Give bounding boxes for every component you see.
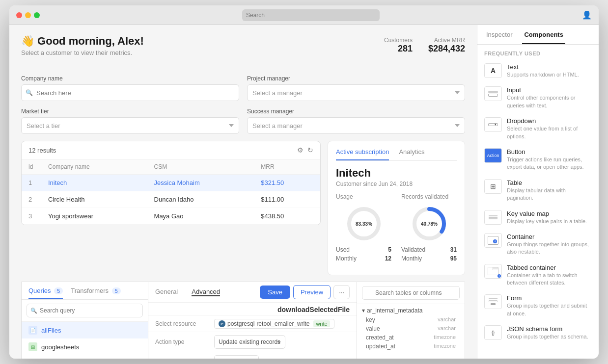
component-tabbed-container[interactable]: + Tabbed container Container with a tab … (477, 260, 599, 291)
tab-queries[interactable]: Queries 5 (28, 287, 63, 299)
tables-search-input[interactable] (362, 286, 460, 300)
comp-desc-kvmap: Display key value pairs in a table. (507, 218, 592, 225)
tree-col-name: value (366, 325, 380, 332)
success-manager-select[interactable]: Select a manager (247, 117, 465, 134)
dropdown-component-icon: ▾ (484, 117, 502, 132)
company-name-input[interactable] (21, 84, 239, 101)
project-manager-select[interactable]: Select a manager (247, 84, 465, 101)
query-icon-allfiles: 📄 (28, 326, 37, 335)
tree-child-updated[interactable]: updated_at timezone (362, 342, 460, 351)
stat-customers: Customers 281 (384, 37, 413, 54)
tree-col-type: timezone (434, 343, 456, 350)
close-button[interactable] (16, 12, 22, 18)
component-text[interactable]: A Text Supports markdown or HTML. (477, 59, 599, 82)
component-container[interactable]: + Container Group things together into g… (477, 229, 599, 260)
tab-analytics[interactable]: Analytics (399, 148, 424, 160)
comp-name-kvmap: Key value map (507, 210, 592, 217)
cell-id: 3 (22, 208, 41, 225)
tab-components[interactable]: Components (522, 25, 565, 44)
table-tree: ▾ ar_internal_metadata key varchar value… (357, 304, 465, 354)
cell-csm: Jessica Mohaim (147, 175, 254, 191)
tree-child-value[interactable]: value varchar (362, 324, 460, 333)
component-dropdown[interactable]: ▾ Dropdown Select one value from a list … (477, 113, 599, 144)
table-row[interactable]: 1 Initech Jessica Mohaim $321.50 (22, 175, 320, 191)
component-json-schema[interactable]: {} JSON schema form Group inputs togethe… (477, 321, 599, 344)
query-item-downloadselectedfile[interactable]: 👆 downloadSelectedFile (22, 355, 148, 359)
tab-inspector[interactable]: Inspector (484, 25, 514, 44)
query-search-input[interactable] (27, 304, 143, 317)
tree-parent-node[interactable]: ▾ ar_internal_metadata (362, 307, 460, 314)
db-table-value: Select a table (214, 355, 350, 359)
tab-general[interactable]: General (155, 288, 178, 296)
right-panel: Inspector Components Frequently used A T… (477, 25, 599, 359)
results-actions: ⚙ ↻ (297, 146, 313, 154)
db-table-select[interactable]: Select a table (214, 355, 259, 359)
cell-id: 1 (22, 175, 41, 191)
company-name-input-wrap: 🔍 (21, 84, 239, 101)
save-button[interactable]: Save (260, 286, 290, 299)
json-schema-icon: {} (484, 325, 502, 340)
tab-transformers[interactable]: Transformers 5 (71, 287, 121, 299)
comp-desc-dropdown: Select one value from a list of options. (507, 125, 592, 140)
container-component-icon: + (484, 233, 502, 248)
tree-child-key[interactable]: key varchar (362, 315, 460, 324)
company-name-group: Company name 🔍 (21, 75, 239, 101)
preview-button[interactable]: Preview (293, 285, 331, 299)
cell-company: Initech (41, 175, 147, 191)
tab-advanced[interactable]: Advanced (192, 288, 220, 296)
titlebar-search-input[interactable] (242, 9, 380, 21)
query-label-allfiles: allFiles (41, 327, 61, 334)
component-button[interactable]: Action Button Trigger actions like run q… (477, 144, 599, 175)
tree-col-name: created_at (366, 334, 394, 341)
comp-desc-button: Trigger actions like run queries, export… (507, 156, 592, 171)
component-kvmap[interactable]: Key value map Display key value pairs in… (477, 206, 599, 229)
component-form[interactable]: Form Group inputs together and submit at… (477, 290, 599, 321)
tree-child-created[interactable]: created_at timezone (362, 333, 460, 342)
query-item-allfiles[interactable]: 📄 allFiles (22, 322, 148, 338)
query-search-icon: 🔍 (30, 308, 37, 314)
tree-col-name: updated_at (366, 343, 395, 350)
comp-desc-json: Group inputs together as schema. (507, 333, 592, 340)
query-item-googlesheets[interactable]: ⊞ googlesheets (22, 338, 148, 355)
profile-icon[interactable]: 👤 (582, 10, 592, 20)
table-row[interactable]: 2 Circle Health Duncan Idaho $111.00 (22, 191, 320, 208)
tab-active-subscription[interactable]: Active subscription (336, 148, 389, 160)
comp-name-dropdown: Dropdown (507, 117, 592, 125)
comp-desc-text: Supports markdown or HTML. (507, 71, 592, 78)
resource-row: Select resource P postgresql retool_emai… (148, 316, 357, 332)
query-name-title: downloadSelectedFile (277, 306, 350, 313)
chevron-down-icon: ▾ (362, 307, 365, 314)
company-name-label: Company name (21, 75, 239, 82)
metric-card: Active subscription Analytics Initech Cu… (328, 141, 465, 275)
market-tier-select[interactable]: Select a tier (21, 117, 239, 134)
comp-name-form: Form (507, 294, 592, 302)
success-manager-group: Success manager Select a manager (247, 108, 465, 134)
titlebar-search-area (40, 9, 582, 21)
table-row[interactable]: 3 Yogi sportswear Maya Gao $438.50 (22, 208, 320, 225)
validated-chart: Records validated 40.78% Valida (401, 193, 457, 262)
cell-mrr: $438.50 (254, 208, 320, 225)
success-manager-label: Success manager (247, 108, 465, 115)
refresh-icon[interactable]: ↻ (307, 146, 313, 154)
action-type-select[interactable]: Update existing records (214, 335, 285, 349)
comp-name-table: Table (507, 179, 592, 186)
minimize-button[interactable] (25, 12, 31, 18)
comp-name-text: Text (507, 63, 592, 71)
maximize-button[interactable] (34, 12, 40, 18)
more-button[interactable]: ··· (333, 285, 350, 299)
resource-write-tag: write (313, 320, 330, 327)
tree-col-type: varchar (438, 316, 456, 323)
tables-panel: 🔍 ▾ ar_internal_metadata key varchar (357, 282, 465, 359)
cell-csm: Maya Gao (147, 208, 254, 225)
component-input[interactable]: Input Control other components or querie… (477, 82, 599, 113)
filter-icon[interactable]: ⚙ (297, 146, 304, 154)
cell-mrr: $111.00 (254, 191, 320, 208)
resource-label: Select resource (155, 320, 209, 327)
stat-mrr: Active MRR $284,432 (428, 37, 465, 54)
metric-tabs: Active subscription Analytics (336, 148, 457, 160)
button-component-icon: Action (484, 148, 502, 163)
query-label-googlesheets: googlesheets (41, 343, 79, 351)
component-table[interactable]: ⊞ Table Display tabular data with pagina… (477, 175, 599, 206)
query-tabs: Queries 5 Transformers 5 (22, 282, 148, 300)
greeting-section: 👋 Good morning, Alex! Select a customer … (21, 35, 144, 56)
